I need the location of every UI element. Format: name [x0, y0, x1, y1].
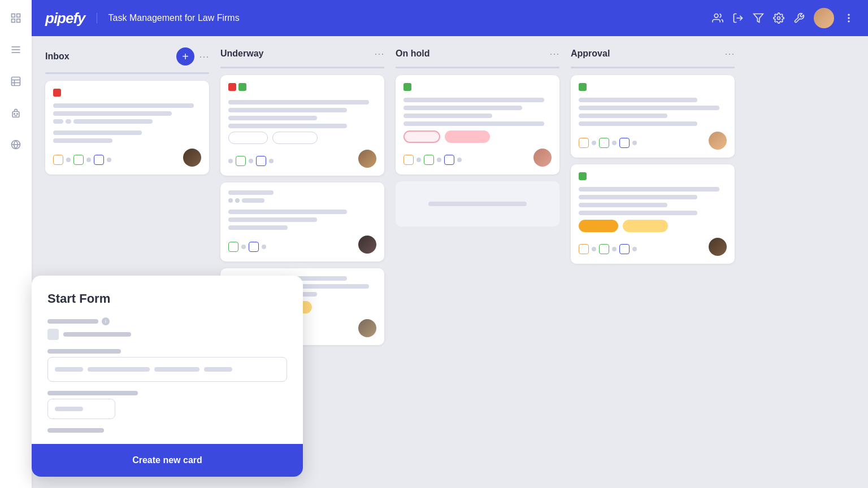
settings-icon[interactable]	[773, 12, 784, 24]
card-badge-pink2	[445, 130, 490, 143]
card-line	[579, 98, 697, 102]
card-tag-green	[579, 83, 587, 91]
card-icon-row	[579, 244, 637, 254]
header-title: Task Management for Law Firms	[97, 13, 240, 23]
user-avatar[interactable]	[814, 8, 834, 28]
sidebar-item-grid[interactable]	[7, 9, 25, 27]
onhold-placeholder	[396, 181, 559, 226]
info-icon: i	[102, 317, 110, 325]
card-avatar	[358, 150, 376, 168]
card-avatar	[358, 319, 376, 337]
approval-card-1[interactable]	[571, 75, 735, 158]
create-new-card-button[interactable]: Create new card	[132, 455, 202, 465]
card-icon-blue	[619, 244, 630, 254]
column-menu-icon[interactable]: ⋯	[724, 47, 735, 60]
svg-point-13	[17, 114, 18, 115]
card-line	[579, 106, 719, 110]
column-onhold-underline	[396, 67, 559, 68]
card-line	[579, 211, 697, 215]
card-footer	[579, 132, 727, 150]
column-approval-header: Approval ⋯	[571, 47, 735, 60]
form-input-2[interactable]	[47, 399, 115, 419]
sidebar-item-robot[interactable]	[7, 104, 25, 122]
card-line	[403, 114, 492, 118]
more-vertical-icon[interactable]	[843, 12, 854, 24]
card-badge-row	[403, 130, 552, 143]
image-text-line	[63, 332, 131, 337]
avatar-image	[814, 8, 834, 28]
form-row-1: i	[47, 317, 287, 340]
modal-title: Start Form	[47, 291, 287, 306]
start-form-modal: Start Form i	[32, 276, 303, 477]
sidebar-item-globe[interactable]	[7, 136, 25, 154]
dot	[632, 141, 637, 145]
input-segment	[88, 367, 150, 372]
dot	[416, 158, 421, 162]
svg-marker-19	[754, 14, 763, 23]
dot	[457, 158, 462, 162]
column-approval-underline	[571, 67, 735, 68]
tools-icon[interactable]	[793, 12, 805, 24]
input-segment	[154, 367, 199, 372]
column-menu-icon[interactable]: ⋯	[374, 47, 384, 60]
card-badge-row	[579, 220, 727, 232]
dot	[592, 247, 596, 251]
input-segment-small	[55, 407, 83, 411]
modal-footer[interactable]: Create new card	[32, 444, 303, 477]
column-approval-title: Approval	[571, 49, 720, 59]
input-segment	[55, 367, 83, 372]
dot	[632, 247, 637, 251]
modal-overlay: Start Form i	[32, 36, 303, 488]
header: pipefy Task Management for Law Firms	[32, 0, 868, 36]
form-label-2	[47, 349, 121, 354]
dot	[437, 158, 441, 162]
card-footer	[579, 238, 727, 256]
exit-icon[interactable]	[732, 12, 744, 24]
card-icon-orange	[579, 244, 589, 254]
card-tag-green	[579, 172, 587, 180]
form-row-3	[47, 391, 287, 419]
sidebar-item-table[interactable]	[7, 72, 25, 90]
card-line	[403, 121, 544, 126]
svg-point-21	[848, 14, 849, 15]
column-menu-icon[interactable]: ⋯	[549, 47, 559, 60]
sidebar-item-list[interactable]	[7, 41, 25, 59]
onhold-card-1[interactable]	[396, 75, 559, 175]
card-icon-orange	[403, 155, 414, 165]
card-badge-yellow	[623, 220, 668, 232]
sidebar	[0, 0, 32, 488]
svg-point-22	[848, 18, 849, 19]
card-tag-green	[403, 83, 411, 91]
column-approval: Approval ⋯	[571, 47, 735, 271]
filter-icon[interactable]	[753, 12, 764, 24]
card-avatar	[709, 238, 727, 256]
card-icon-green	[599, 244, 609, 254]
approval-card-2[interactable]	[571, 164, 735, 264]
svg-point-12	[14, 114, 15, 115]
column-onhold-title: On hold	[396, 49, 545, 59]
card-icon-green	[599, 138, 609, 148]
card-avatar	[358, 236, 376, 254]
card-badge-orange	[579, 220, 618, 232]
svg-point-20	[778, 17, 780, 20]
modal-body: Start Form i	[32, 276, 303, 444]
img-placeholder	[47, 329, 59, 340]
form-input-1[interactable]	[47, 357, 287, 382]
svg-rect-0	[12, 14, 15, 18]
users-icon[interactable]	[712, 12, 723, 24]
column-onhold: On hold ⋯	[396, 47, 559, 233]
card-icon-row	[579, 138, 637, 148]
dot	[612, 247, 617, 251]
placeholder-line	[428, 202, 527, 206]
svg-point-17	[714, 14, 718, 18]
svg-rect-1	[17, 14, 20, 18]
card-line	[579, 114, 667, 118]
input-segment	[204, 367, 232, 372]
card-avatar	[709, 132, 727, 150]
dot	[612, 141, 617, 145]
form-label-1	[47, 319, 98, 324]
image-row	[47, 329, 287, 340]
svg-rect-7	[12, 77, 20, 86]
form-label-row-2	[47, 349, 287, 354]
svg-rect-2	[12, 19, 15, 23]
